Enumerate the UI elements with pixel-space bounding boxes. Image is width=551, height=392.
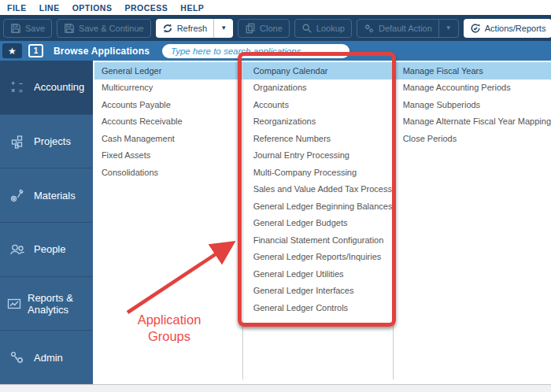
sidebar-item-people[interactable]: People: [0, 223, 93, 277]
default-action-label: Default Action: [379, 24, 432, 33]
people-icon: [6, 242, 28, 257]
chart-icon: [6, 296, 22, 312]
application-group-list-item[interactable]: Organizations: [243, 80, 393, 97]
save-continue-icon: [64, 23, 75, 34]
status-strip: [0, 384, 551, 392]
sidebar-item-accounting[interactable]: + − × = Accounting: [0, 61, 93, 115]
menu-bar: FILE LINE OPTIONS PROCESS HELP: [0, 0, 551, 15]
save-button[interactable]: Save: [3, 19, 52, 38]
menu-item-process[interactable]: PROCESS: [124, 3, 168, 13]
application-group-list-item[interactable]: Multi-Company Processing: [243, 164, 393, 181]
sidebar-item-label: Materials: [34, 190, 79, 202]
browse-applications-title: Browse Applications: [54, 46, 150, 57]
window-badge-button[interactable]: 1: [28, 44, 43, 57]
sidebar-item-label: People: [34, 243, 68, 255]
clone-button[interactable]: Clone: [238, 19, 290, 38]
chevron-down-icon: ▼: [446, 24, 452, 31]
modules-panel: General Ledger Multicurrency Accounts Pa…: [93, 61, 242, 384]
menu-item-line[interactable]: LINE: [39, 3, 60, 13]
refresh-split-button: Refresh ▼: [156, 19, 233, 38]
actions-reports-label: Actions/Reports: [485, 24, 546, 33]
application-group-list-item[interactable]: Accounts: [243, 96, 393, 113]
save-icon: [10, 23, 21, 34]
default-action-button[interactable]: Default Action: [357, 20, 438, 37]
default-action-dropdown-button[interactable]: ▼: [438, 20, 458, 37]
application-list-item[interactable]: Manage Fiscal Years: [394, 62, 551, 80]
application-groups-panel: Company Calendar Organizations Accounts …: [242, 61, 394, 379]
module-list-item[interactable]: Cash Management: [94, 130, 242, 147]
menu-item-options[interactable]: OPTIONS: [72, 3, 113, 13]
application-groups-list: Company Calendar Organizations Accounts …: [243, 62, 393, 316]
default-action-split-button: Default Action ▼: [357, 19, 459, 38]
sidebar-item-admin[interactable]: Admin: [0, 331, 93, 384]
application-group-list-item[interactable]: Company Calendar: [243, 62, 393, 80]
module-list-item[interactable]: Accounts Payable: [94, 96, 242, 113]
sidebar-item-reports-analytics[interactable]: Reports & Analytics: [0, 277, 93, 331]
clone-icon: [245, 23, 256, 34]
sidebar-item-label: Admin: [34, 352, 66, 364]
lookup-label: Lookup: [316, 24, 345, 33]
chevron-down-icon: ▼: [220, 24, 227, 31]
applications-panel: Manage Fiscal Years Manage Accounting Pe…: [394, 61, 551, 384]
refresh-label: Refresh: [177, 24, 208, 33]
application-list-item[interactable]: Manage Subperiods: [394, 96, 551, 113]
menu-item-file[interactable]: FILE: [7, 3, 27, 13]
main-content: + − × = Accounting Projects Materials: [0, 61, 551, 384]
application-group-list-item[interactable]: Sales and Value Added Tax Processing: [243, 181, 393, 198]
window-badge: 1: [34, 46, 39, 55]
refresh-icon: [162, 23, 173, 34]
module-list-item[interactable]: General Ledger: [94, 62, 242, 80]
save-continue-button[interactable]: Save & Continue: [57, 19, 151, 38]
application-list-item[interactable]: Close Periods: [394, 130, 551, 147]
actions-icon: [470, 23, 481, 34]
application-group-list-item[interactable]: General Ledger Utilities: [243, 265, 393, 283]
menu-item-help[interactable]: HELP: [180, 3, 204, 13]
application-group-list-item[interactable]: General Ledger Budgets: [243, 215, 393, 232]
save-continue-label: Save & Continue: [79, 24, 144, 33]
module-list-item[interactable]: Accounts Receivable: [94, 113, 242, 131]
applications-list: Manage Fiscal Years Manage Accounting Pe…: [394, 62, 551, 147]
browse-applications-bar: ★ 1 Browse Applications: [0, 41, 551, 61]
refresh-dropdown-button[interactable]: ▼: [213, 19, 233, 38]
lookup-button[interactable]: Lookup: [294, 19, 352, 38]
calculator-icon: + − × =: [6, 80, 28, 94]
favorites-button[interactable]: ★: [2, 43, 22, 58]
sidebar-item-label: Accounting: [34, 81, 87, 93]
refresh-button[interactable]: Refresh: [156, 19, 214, 38]
module-list-item[interactable]: Fixed Assets: [94, 147, 242, 165]
sidebar-item-projects[interactable]: Projects: [0, 115, 93, 169]
clone-label: Clone: [260, 24, 283, 33]
application-list-item[interactable]: Manage Alternate Fiscal Year Mapping: [394, 113, 551, 131]
tools-icon: [6, 187, 28, 203]
key-gear-icon: [6, 349, 28, 365]
domain-sidebar: + − × = Accounting Projects Materials: [0, 61, 93, 384]
modules-list: General Ledger Multicurrency Accounts Pa…: [94, 62, 242, 181]
sidebar-item-materials[interactable]: Materials: [0, 168, 93, 223]
toolbar: Save Save & Continue Refresh ▼: [0, 15, 551, 41]
gears-icon: [364, 23, 375, 34]
application-group-list-item[interactable]: Financial Statement Configuration: [243, 231, 393, 249]
sidebar-item-label: Projects: [34, 135, 74, 147]
application-group-list-item[interactable]: Journal Entry Processing: [243, 147, 393, 165]
module-list-item[interactable]: Consolidations: [94, 164, 242, 181]
lookup-icon: [301, 23, 312, 34]
application-group-list-item[interactable]: General Ledger Controls: [243, 299, 393, 316]
blocks-icon: [6, 134, 28, 150]
application-group-list-item[interactable]: General Ledger Beginning Balances: [243, 198, 393, 215]
application-list-item[interactable]: Manage Accounting Periods: [394, 80, 551, 97]
application-group-list-item[interactable]: General Ledger Reports/Inquiries: [243, 249, 393, 266]
application-group-list-item[interactable]: Reference Numbers: [243, 130, 393, 147]
actions-reports-button[interactable]: Actions/Reports: [464, 19, 551, 38]
star-icon: ★: [8, 46, 17, 57]
save-label: Save: [25, 24, 45, 33]
module-list-item[interactable]: Multicurrency: [94, 80, 242, 97]
sidebar-item-label: Reports & Analytics: [28, 292, 93, 316]
application-search-input[interactable]: [162, 44, 349, 58]
application-group-list-item[interactable]: Reorganizations: [243, 113, 393, 131]
application-group-list-item[interactable]: General Ledger Interfaces: [243, 283, 393, 300]
